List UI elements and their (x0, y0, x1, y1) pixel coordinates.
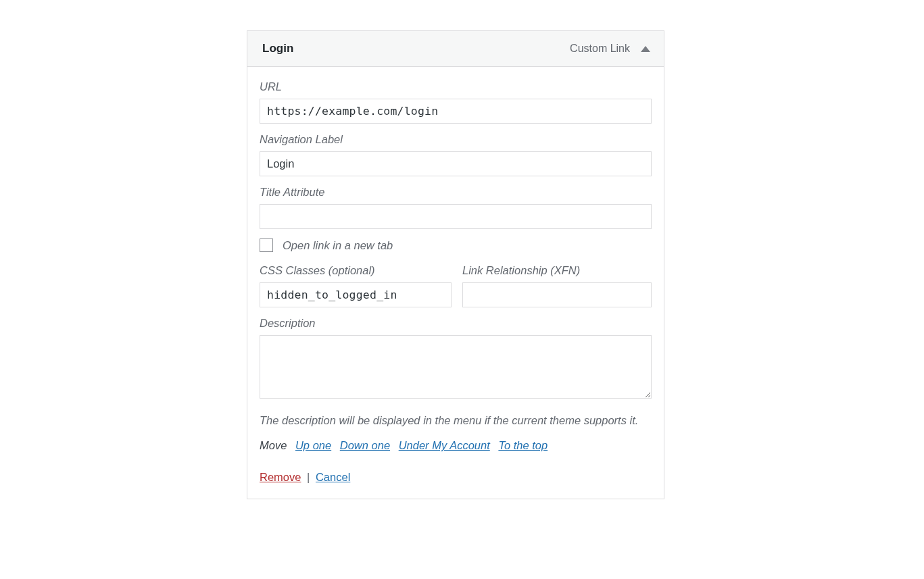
description-help-text: The description will be displayed in the… (260, 411, 652, 430)
nav-label-field-block: Navigation Label (260, 133, 652, 176)
panel-type-label: Custom Link (570, 43, 630, 55)
panel-title: Login (262, 42, 293, 55)
title-attr-input[interactable] (260, 204, 652, 229)
menu-item-panel: Login Custom Link URL Navigation Label T… (247, 30, 664, 499)
panel-header[interactable]: Login Custom Link (247, 31, 664, 67)
open-new-tab-checkbox[interactable] (260, 238, 273, 252)
panel-body: URL Navigation Label Title Attribute Ope… (247, 67, 664, 499)
panel-type: Custom Link (570, 43, 650, 55)
nav-label-label: Navigation Label (260, 133, 652, 146)
move-row: Move Up one Down one Under My Account To… (260, 439, 652, 452)
css-classes-input[interactable] (260, 282, 452, 307)
move-under-parent-link[interactable]: Under My Account (399, 439, 490, 451)
url-field-block: URL (260, 80, 652, 124)
move-down-one-link[interactable]: Down one (340, 439, 390, 451)
move-up-one-link[interactable]: Up one (295, 439, 331, 451)
description-field-block: Description (260, 317, 652, 401)
remove-link[interactable]: Remove (260, 471, 301, 483)
move-to-top-link[interactable]: To the top (498, 439, 548, 451)
description-label: Description (260, 317, 652, 330)
css-classes-field-block: CSS Classes (optional) (260, 264, 452, 307)
move-intro: Move (260, 439, 287, 451)
collapse-icon[interactable] (641, 46, 650, 52)
url-label: URL (260, 80, 652, 93)
xfn-label: Link Relationship (XFN) (462, 264, 652, 277)
title-attr-field-block: Title Attribute (260, 186, 652, 229)
nav-label-input[interactable] (260, 151, 652, 176)
url-input[interactable] (260, 99, 652, 124)
open-new-tab-label: Open link in a new tab (283, 239, 393, 252)
title-attr-label: Title Attribute (260, 186, 652, 199)
xfn-field-block: Link Relationship (XFN) (462, 264, 652, 307)
css-classes-label: CSS Classes (optional) (260, 264, 452, 277)
css-xfn-row: CSS Classes (optional) Link Relationship… (260, 264, 652, 307)
description-textarea[interactable] (260, 335, 652, 399)
footer-row: Remove | Cancel (260, 471, 652, 484)
xfn-input[interactable] (462, 282, 652, 307)
footer-separator: | (307, 471, 310, 483)
cancel-link[interactable]: Cancel (316, 471, 350, 483)
open-new-tab-row[interactable]: Open link in a new tab (260, 238, 652, 252)
